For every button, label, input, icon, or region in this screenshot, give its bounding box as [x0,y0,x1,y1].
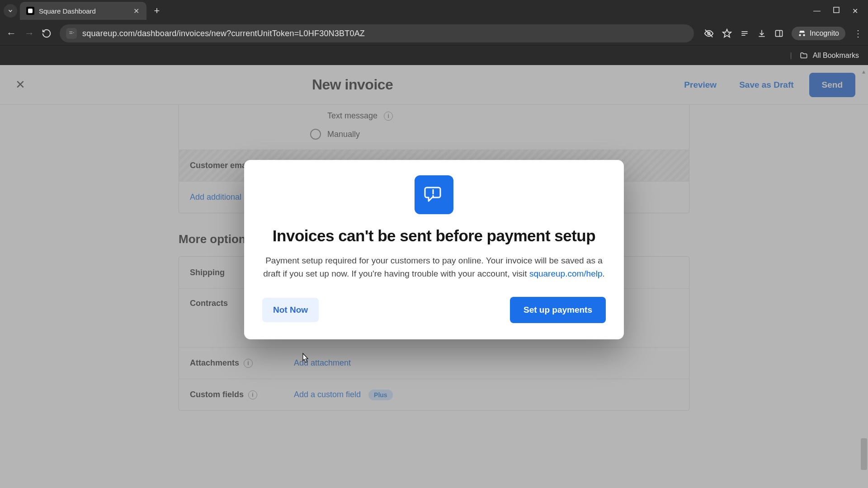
incognito-icon [798,29,806,38]
address-bar: ← → squareup.com/dashboard/invoices/new?… [0,22,868,45]
tab-title: Square Dashboard [39,7,127,15]
help-link[interactable]: squareup.com/help [529,269,603,278]
minimize-icon[interactable]: — [813,7,821,15]
new-tab-button[interactable]: + [150,5,164,17]
eye-off-icon[interactable] [704,28,714,38]
payment-setup-modal: Invoices can't be sent before payment se… [244,160,624,339]
pointer-cursor-icon [300,352,309,364]
setup-payments-button[interactable]: Set up payments [510,297,606,323]
not-now-button[interactable]: Not Now [262,298,319,322]
tab-search-dropdown[interactable] [4,4,17,18]
svg-rect-11 [776,30,783,36]
url-text: squareup.com/dashboard/invoices/new?curr… [82,29,365,38]
incognito-chip[interactable]: Incognito [792,27,845,40]
bookmark-star-icon[interactable] [722,28,732,38]
tab-close-icon[interactable]: ✕ [132,7,140,15]
browser-chrome: Square Dashboard ✕ + — ✕ ← → squareup.co… [0,0,868,65]
window-controls: — ✕ [813,7,864,15]
chevron-down-icon [7,8,14,14]
url-box[interactable]: squareup.com/dashboard/invoices/new?curr… [60,24,694,42]
media-control-icon[interactable] [740,29,749,38]
svg-point-3 [73,32,74,33]
modal-overlay[interactable]: Invoices can't be sent before payment se… [0,65,868,488]
forward-button[interactable]: → [24,28,35,39]
modal-body-post: . [603,269,605,278]
side-panel-icon[interactable] [774,29,783,38]
modal-body: Payment setup required for your customer… [262,254,606,281]
bookmarks-bar: | All Bookmarks [0,45,868,65]
folder-icon [799,52,808,60]
downloads-icon[interactable] [757,29,766,38]
tab-favicon [26,7,34,15]
svg-point-14 [432,195,434,197]
svg-rect-0 [834,7,839,13]
site-info-icon[interactable] [66,28,77,39]
svg-marker-6 [723,29,731,37]
app-viewport: ✕ New invoice Preview Save as Draft Send… [0,65,868,488]
overflow-menu-icon[interactable]: ⋮ [854,28,863,39]
all-bookmarks-link[interactable]: All Bookmarks [813,52,859,60]
browser-tab[interactable]: Square Dashboard ✕ [20,2,146,20]
tab-bar: Square Dashboard ✕ + — ✕ [0,0,868,22]
modal-title: Invoices can't be sent before payment se… [262,226,606,246]
maximize-icon[interactable] [833,7,840,15]
modal-actions: Not Now Set up payments [262,297,606,323]
close-window-icon[interactable]: ✕ [852,7,858,15]
reload-button[interactable] [42,28,53,38]
alert-icon [415,175,453,214]
incognito-label: Incognito [810,29,839,38]
back-button[interactable]: ← [5,28,17,39]
